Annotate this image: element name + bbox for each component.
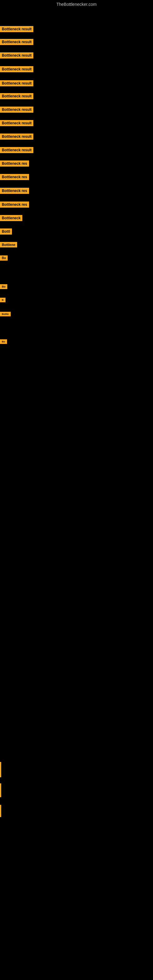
bottleneck-result-badge: Bottleneck res [0,188,29,194]
bottleneck-result-badge: Bottleneck result [0,134,33,140]
vertical-indicator-bar [0,805,1,817]
bottleneck-result-badge: Bottleneck result [0,39,33,45]
bottleneck-result-badge: Bottleneck result [0,120,33,126]
site-title: TheBottlenecker.com [0,0,153,9]
vertical-indicator-bar [0,783,1,797]
vertical-indicator-bar [0,762,1,777]
bottleneck-result-badge: Bottleneck res [0,202,29,208]
bottleneck-result-badge: Bo [0,255,8,261]
bottleneck-result-badge: Bottleneck res [0,174,29,180]
bottleneck-result-badge: Bottleneck result [0,80,33,86]
bottleneck-result-badge: Bottl [0,229,12,235]
bottleneck-result-badge: Bo [0,339,7,344]
bottleneck-result-badge: Bottlene [0,242,17,247]
bottleneck-result-badge: Bottleneck [0,215,22,221]
bottleneck-result-badge: Bo [0,284,7,289]
bottleneck-result-badge: Bottleneck result [0,66,33,72]
bottleneck-result-badge: Bottleneck result [0,26,33,32]
bottleneck-result-badge: Bottleneck res [0,161,29,167]
bottleneck-result-badge: Bottleneck result [0,147,33,153]
bottleneck-result-badge: Bottleneck result [0,52,33,59]
bottleneck-result-badge: Bottleneck result [0,93,33,99]
bottleneck-result-badge: Bottle [0,312,11,317]
bottleneck-result-badge: Bottleneck result [0,107,33,113]
bottleneck-result-badge: B [0,298,5,302]
